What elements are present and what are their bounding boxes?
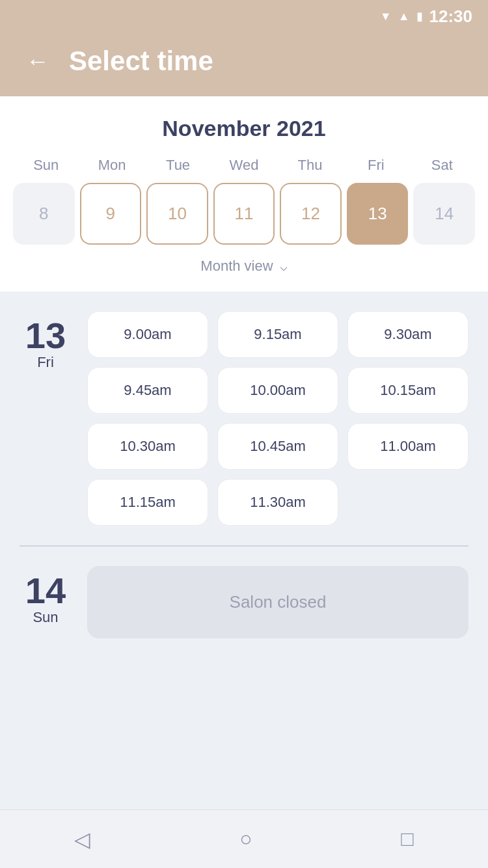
date-cell-8[interactable]: 8 — [13, 183, 75, 245]
status-icons: ▼ ▲ ▮ 12:30 — [380, 7, 472, 27]
nav-recent-button[interactable]: □ — [401, 827, 413, 851]
calendar-section: November 2021 Sun Mon Tue Wed Thu Fri Sa… — [0, 96, 488, 292]
time-slot-900am[interactable]: 9.00am — [87, 311, 208, 358]
weekday-wed: Wed — [211, 157, 277, 174]
weekday-tue: Tue — [145, 157, 211, 174]
date-cell-12[interactable]: 12 — [280, 183, 342, 245]
page-title: Select time — [69, 46, 213, 77]
signal-icon: ▲ — [398, 10, 410, 23]
day-number-13: 13 — [25, 318, 66, 354]
day-name-fri: Fri — [37, 354, 54, 371]
time-slot-1100am[interactable]: 11.00am — [347, 423, 468, 470]
time-slot-1115am[interactable]: 11.15am — [87, 479, 208, 526]
time-slot-1000am[interactable]: 10.00am — [217, 367, 338, 414]
weekday-fri: Fri — [343, 157, 409, 174]
time-slot-915am[interactable]: 9.15am — [217, 311, 338, 358]
time-slot-1130am[interactable]: 11.30am — [217, 479, 338, 526]
day-block-14: 14 Sun Salon closed — [20, 566, 468, 638]
bottom-nav: ◁ ○ □ — [0, 809, 488, 868]
time-slot-930am[interactable]: 9.30am — [347, 311, 468, 358]
date-cell-9[interactable]: 9 — [80, 183, 142, 245]
date-cell-10[interactable]: 10 — [146, 183, 208, 245]
date-cell-13[interactable]: 13 — [347, 183, 409, 245]
dates-row: 8 9 10 11 12 13 14 — [13, 183, 475, 245]
date-cell-11[interactable]: 11 — [213, 183, 275, 245]
time-grid-13: 9.00am 9.15am 9.30am 9.45am 10.00am 10.1… — [87, 311, 468, 526]
time-slot-1015am[interactable]: 10.15am — [347, 367, 468, 414]
day-label-13: 13 Fri — [20, 311, 72, 526]
time-slot-1030am[interactable]: 10.30am — [87, 423, 208, 470]
day-label-14: 14 Sun — [20, 566, 72, 638]
nav-back-button[interactable]: ◁ — [74, 827, 90, 852]
status-bar: ▼ ▲ ▮ 12:30 — [0, 0, 488, 33]
weekday-row: Sun Mon Tue Wed Thu Fri Sat — [13, 157, 475, 174]
weekday-sun: Sun — [13, 157, 79, 174]
month-view-toggle[interactable]: Month view ⌵ — [13, 258, 475, 278]
day-name-sun: Sun — [33, 609, 58, 626]
day-number-14: 14 — [25, 573, 66, 609]
nav-home-button[interactable]: ○ — [239, 827, 252, 851]
chevron-down-icon: ⌵ — [280, 258, 288, 274]
battery-icon: ▮ — [416, 9, 423, 23]
section-divider — [20, 545, 468, 547]
day-block-13: 13 Fri 9.00am 9.15am 9.30am 9.45am 10.00… — [20, 311, 468, 526]
slots-section: 13 Fri 9.00am 9.15am 9.30am 9.45am 10.00… — [0, 292, 488, 809]
time-slot-945am[interactable]: 9.45am — [87, 367, 208, 414]
date-cell-14[interactable]: 14 — [413, 183, 475, 245]
status-time: 12:30 — [429, 7, 473, 27]
wifi-icon: ▼ — [380, 10, 392, 23]
salon-closed-label: Salon closed — [87, 566, 468, 638]
month-year-label: November 2021 — [13, 116, 475, 141]
weekday-thu: Thu — [277, 157, 343, 174]
month-view-label: Month view — [200, 258, 273, 275]
header: ← Select time — [0, 33, 488, 96]
weekday-mon: Mon — [79, 157, 144, 174]
back-button[interactable]: ← — [26, 49, 49, 73]
time-slot-1045am[interactable]: 10.45am — [217, 423, 338, 470]
weekday-sat: Sat — [409, 157, 475, 174]
